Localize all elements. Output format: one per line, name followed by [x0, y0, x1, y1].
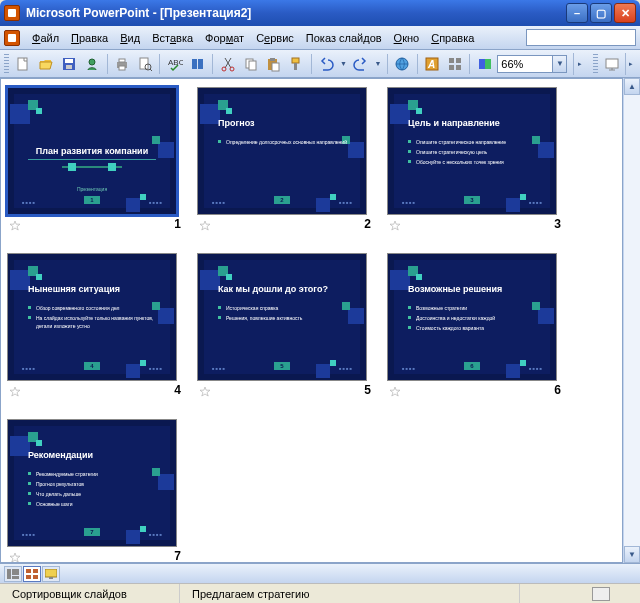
slide-subtitle: Презентация [14, 186, 170, 192]
menu-file[interactable]: Файл [26, 30, 65, 46]
slide-thumbnail[interactable]: Возможные решенияВозможные стратегииДост… [387, 253, 557, 381]
maximize-button[interactable]: ▢ [590, 3, 612, 23]
print-button[interactable] [111, 53, 132, 75]
scroll-down-button[interactable]: ▼ [624, 546, 640, 563]
research-button[interactable] [187, 53, 208, 75]
menu-window[interactable]: Окно [388, 30, 426, 46]
slide-cell-1[interactable]: План развития компанииПрезентация1■ ■ ■ … [7, 87, 183, 231]
spelling-button[interactable]: ABC [164, 53, 185, 75]
cut-button[interactable] [217, 53, 238, 75]
slide-cell-7[interactable]: РекомендацииРекомендуемые стратегииПрогн… [7, 419, 183, 563]
svg-rect-17 [249, 61, 256, 70]
toolbar-grip[interactable] [4, 54, 9, 74]
format-painter-button[interactable] [286, 53, 307, 75]
grid-button[interactable] [445, 53, 466, 75]
vertical-scrollbar[interactable]: ▲ ▼ [623, 78, 640, 563]
new-button[interactable] [13, 53, 34, 75]
slide-page-number: 6 [464, 362, 480, 370]
svg-rect-37 [33, 569, 38, 573]
permission-button[interactable] [82, 53, 103, 75]
menu-format[interactable]: Формат [199, 30, 250, 46]
slide-thumbnail[interactable]: Как мы дошли до этого?Историческая справ… [197, 253, 367, 381]
menu-tools[interactable]: Сервис [250, 30, 300, 46]
zoom-dropdown[interactable]: ▼ [553, 55, 567, 73]
view-buttons-bar [0, 563, 640, 583]
slide-thumbnail[interactable]: Цель и направлениеОпишите стратегическое… [387, 87, 557, 215]
zoom-value[interactable]: 66% [497, 55, 553, 73]
transition-icon[interactable] [389, 384, 401, 396]
slide-page-number: 5 [274, 362, 290, 370]
slide-bullets: Определение долгосрочных основных направ… [218, 138, 350, 148]
toolbar-grip-2[interactable] [593, 54, 598, 74]
scroll-up-button[interactable]: ▲ [624, 78, 640, 95]
copy-button[interactable] [240, 53, 261, 75]
close-button[interactable]: ✕ [614, 3, 636, 23]
svg-rect-30 [479, 59, 485, 69]
svg-point-15 [230, 67, 234, 71]
hyperlink-button[interactable] [392, 53, 413, 75]
slideshow-view-button[interactable] [42, 566, 60, 582]
slide-meta: 1 [7, 217, 183, 231]
slide-thumbnail[interactable]: РекомендацииРекомендуемые стратегииПрогн… [7, 419, 177, 547]
scroll-track[interactable] [624, 95, 640, 546]
slide-bullets: Обзор современного состояния делНа слайд… [28, 304, 160, 332]
normal-view-button[interactable] [4, 566, 22, 582]
toolbar-overflow[interactable]: ▸ [573, 53, 584, 75]
slideshow-from-current-button[interactable] [602, 53, 623, 75]
transition-icon[interactable] [199, 384, 211, 396]
help-search-box[interactable] [526, 29, 636, 46]
slide-cell-2[interactable]: ПрогнозОпределение долгосрочных основных… [197, 87, 373, 231]
print-preview-button[interactable] [134, 53, 155, 75]
slide-cell-6[interactable]: Возможные решенияВозможные стратегииДост… [387, 253, 563, 397]
format-toggle-button[interactable]: A [422, 53, 443, 75]
save-button[interactable] [59, 53, 80, 75]
undo-dropdown[interactable]: ▼ [339, 53, 349, 75]
title-bar: Microsoft PowerPoint - [Презентация2] – … [0, 0, 640, 26]
transition-icon[interactable] [9, 550, 21, 562]
language-indicator-icon[interactable] [592, 587, 610, 601]
slide-title: Прогноз [218, 118, 346, 128]
slide-sorter-view-button[interactable] [23, 566, 41, 582]
slide-cell-4[interactable]: Нынешняя ситуацияОбзор современного сост… [7, 253, 183, 397]
slide-cell-5[interactable]: Как мы дошли до этого?Историческая справ… [197, 253, 373, 397]
undo-button[interactable] [316, 53, 337, 75]
slide-thumbnail[interactable]: ПрогнозОпределение долгосрочных основных… [197, 87, 367, 215]
menu-view[interactable]: Вид [114, 30, 146, 46]
open-button[interactable] [36, 53, 57, 75]
slide-number-label: 2 [364, 217, 371, 231]
menu-edit[interactable]: Правка [65, 30, 114, 46]
color-grayscale-button[interactable] [474, 53, 495, 75]
transition-icon[interactable] [9, 384, 21, 396]
transition-icon[interactable] [9, 218, 21, 230]
status-design-template: Предлагаем стратегию [180, 584, 520, 603]
paste-button[interactable] [263, 53, 284, 75]
slide-title: Как мы дошли до этого? [218, 284, 346, 294]
standard-toolbar: ABC ▼ ▼ A 66% ▼ ▸ ▸ [0, 50, 640, 78]
menu-slideshow[interactable]: Показ слайдов [300, 30, 388, 46]
slide-meta: 2 [197, 217, 373, 231]
svg-point-4 [89, 59, 95, 65]
slide-thumbnail[interactable]: Нынешняя ситуацияОбзор современного сост… [7, 253, 177, 381]
minimize-button[interactable]: – [566, 3, 588, 23]
menu-bar: Файл Правка Вид Вставка Формат Сервис По… [0, 26, 640, 50]
slide-cell-3[interactable]: Цель и направлениеОпишите стратегическое… [387, 87, 563, 231]
slide-page-number: 3 [464, 196, 480, 204]
transition-icon[interactable] [199, 218, 211, 230]
window-title: Microsoft PowerPoint - [Презентация2] [26, 6, 566, 20]
slide-number-label: 4 [174, 383, 181, 397]
slide-sorter-pane[interactable]: План развития компанииПрезентация1■ ■ ■ … [0, 78, 623, 563]
zoom-control[interactable]: 66% ▼ [497, 55, 567, 73]
menu-help[interactable]: Справка [425, 30, 480, 46]
slide-page-number: 4 [84, 362, 100, 370]
transition-icon[interactable] [389, 218, 401, 230]
slide-bullets: Рекомендуемые стратегииПрогноз результат… [28, 470, 160, 510]
menu-insert[interactable]: Вставка [146, 30, 199, 46]
slide-page-number: 2 [274, 196, 290, 204]
redo-dropdown[interactable]: ▼ [373, 53, 383, 75]
toolbar-overflow-2[interactable]: ▸ [625, 53, 636, 75]
svg-point-14 [222, 67, 226, 71]
slide-thumbnail[interactable]: План развития компанииПрезентация1■ ■ ■ … [7, 87, 177, 215]
slide-page-number: 7 [84, 528, 100, 536]
control-icon[interactable] [4, 30, 20, 46]
redo-button[interactable] [350, 53, 371, 75]
